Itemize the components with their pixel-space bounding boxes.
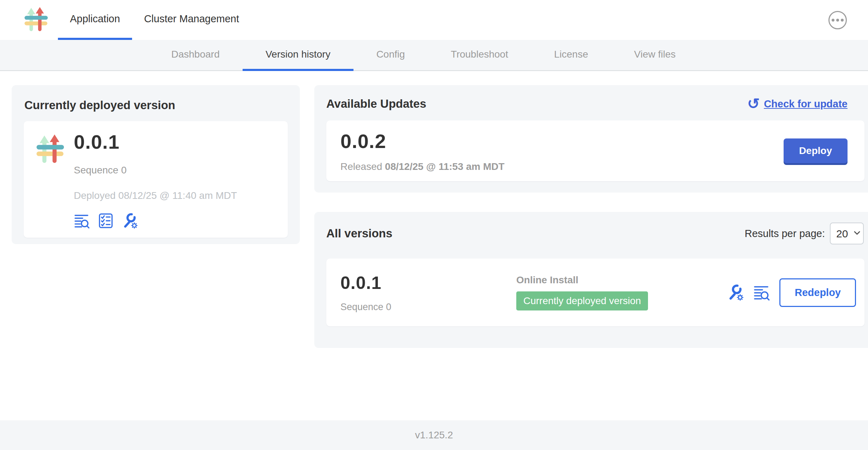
deployed-timestamp: Deployed 08/12/25 @ 11:40 am MDT [74,190,237,201]
row-version-number: 0.0.1 [340,273,516,293]
deployed-actions [74,213,237,229]
ellipsis-icon [832,19,834,22]
check-for-update-label: Check for update [764,98,848,110]
top-tabs: Application Cluster Management [58,0,251,40]
update-released-line: Released 08/12/25 @ 11:53 am MDT [340,161,505,172]
deployed-version-panel: 0.0.1 Sequence 0 Deployed 08/12/25 @ 11:… [24,121,288,238]
config-icon[interactable] [122,213,138,229]
version-row: 0.0.1 Sequence 0 Online Install Currentl… [326,259,864,326]
available-updates-header: Available Updates ↺ Check for update [314,85,868,111]
tab-troubleshoot-label: Troubleshoot [451,49,508,60]
update-version-number: 0.0.2 [340,130,505,153]
app-logo-icon [23,5,50,35]
preflight-checks-icon[interactable] [98,213,114,229]
tab-application-label: Application [70,13,120,25]
results-per-page-select-wrap: 20 [830,223,864,244]
update-row: 0.0.2 Released 08/12/25 @ 11:53 am MDT D… [326,120,864,181]
released-prefix: Released [340,161,382,172]
results-per-page-label: Results per page: [745,228,825,239]
console-version-label: v1.125.2 [415,430,453,441]
refresh-icon: ↺ [747,96,760,111]
row-sequence-label: Sequence 0 [340,302,516,313]
tab-view-files[interactable]: View files [611,40,698,71]
tab-version-history[interactable]: Version history [243,40,353,71]
release-notes-icon[interactable] [74,213,90,229]
tab-view-files-label: View files [634,49,676,60]
deployed-version-number: 0.0.1 [74,130,237,153]
deployed-sequence-label: Sequence 0 [74,165,237,176]
tab-license-label: License [554,49,588,60]
redeploy-button[interactable]: Redeploy [779,278,856,307]
footer: v1.125.2 [0,420,868,450]
overflow-menu-button[interactable] [828,11,847,29]
results-per-page-select[interactable]: 20 [830,223,864,244]
tab-cluster-management-label: Cluster Management [144,13,239,25]
tab-dashboard[interactable]: Dashboard [148,40,243,71]
check-for-update-link[interactable]: ↺ Check for update [747,96,848,111]
all-versions-card: All versions Results per page: 20 0.0.1 … [314,212,868,348]
available-updates-title: Available Updates [326,97,426,111]
all-versions-title: All versions [326,227,392,240]
status-badge: Currently deployed version [516,291,648,310]
results-per-page: Results per page: 20 [745,223,864,244]
tab-dashboard-label: Dashboard [171,49,220,60]
tab-config[interactable]: Config [353,40,428,71]
app-sub-nav: Dashboard Version history Config Trouble… [0,40,868,71]
tab-version-history-label: Version history [266,49,331,60]
install-type-label: Online Install [516,274,727,286]
release-notes-icon[interactable] [753,284,770,301]
deploy-button[interactable]: Deploy [784,138,848,163]
top-nav: Application Cluster Management [0,0,868,40]
currently-deployed-title: Currently deployed version [24,99,288,112]
available-updates-card: Available Updates ↺ Check for update 0.0… [314,85,868,193]
row-actions: Redeploy [727,278,856,307]
config-icon[interactable] [727,284,744,301]
released-timestamp: 08/12/25 @ 11:53 am MDT [385,161,505,172]
tab-license[interactable]: License [531,40,611,71]
tab-cluster-management[interactable]: Cluster Management [132,0,251,40]
all-versions-header: All versions Results per page: 20 [314,212,868,244]
tab-troubleshoot[interactable]: Troubleshoot [428,40,531,71]
top-nav-spacer [251,0,828,40]
app-logo-icon [34,132,67,165]
currently-deployed-card: Currently deployed version 0.0.1 Sequenc… [12,85,300,244]
tab-application[interactable]: Application [58,0,132,40]
tab-config-label: Config [376,49,405,60]
